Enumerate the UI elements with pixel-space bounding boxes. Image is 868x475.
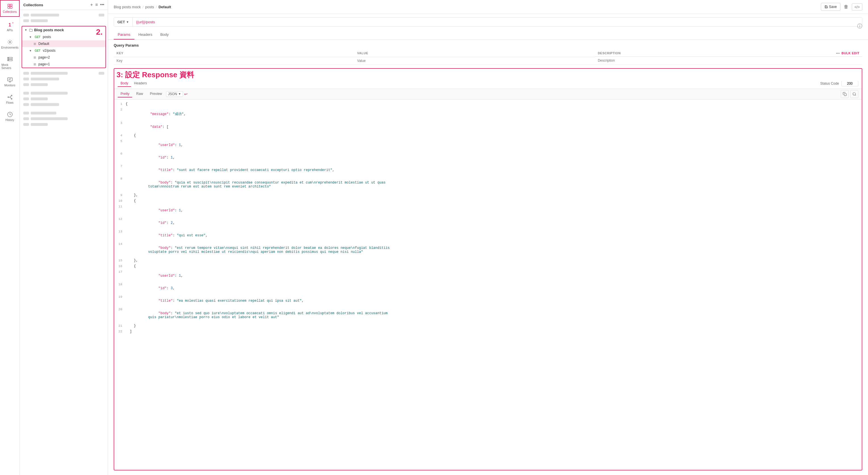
svg-point-12: [11, 98, 12, 99]
svg-point-15: [853, 92, 856, 95]
response-body-controls: [841, 90, 858, 98]
format-value: JSON: [168, 92, 177, 96]
response-tab-headers[interactable]: Headers: [131, 80, 150, 87]
code-line-19: 19 "title": "ea molestias quasi exercita…: [114, 295, 862, 307]
breadcrumb-current: Default: [159, 5, 171, 9]
tab-headers[interactable]: Headers: [134, 30, 156, 39]
sidebar-item-monitors[interactable]: Monitors: [0, 74, 20, 90]
value-input[interactable]: [357, 59, 592, 63]
search-button[interactable]: [850, 90, 858, 98]
svg-point-7: [8, 58, 9, 58]
copy-button[interactable]: [841, 90, 849, 98]
code-line-13: 13 "title": "qui est esse",: [114, 229, 862, 242]
blurred-items-bottom: [20, 69, 108, 128]
key-input[interactable]: [117, 59, 351, 63]
code-line-1: 1 {: [114, 102, 862, 107]
collection-row[interactable]: ▼ Blog posts mock: [22, 26, 105, 34]
topbar: Blog posts mock / posts / Default Save 🗑…: [108, 0, 868, 14]
svg-point-11: [11, 95, 12, 96]
col-value: VALUE: [354, 50, 595, 57]
svg-rect-3: [10, 6, 12, 8]
tab-params[interactable]: Params: [114, 30, 134, 39]
folder-icon: [29, 28, 33, 32]
response-tab-body[interactable]: Body: [118, 80, 131, 87]
body-tab-pretty[interactable]: Pretty: [118, 91, 132, 97]
svg-rect-2: [8, 6, 10, 8]
svg-point-10: [8, 97, 8, 97]
bulk-edit-button[interactable]: Bulk Edit: [842, 52, 860, 55]
monitors-label: Monitors: [4, 84, 15, 87]
code-line-20: 20 "body": "et iusto sed quo iure\nvolup…: [114, 307, 862, 324]
breadcrumb-part2[interactable]: posts: [145, 5, 154, 9]
response-body-tabs: Pretty Raw Preview JSON ▼ ↩: [114, 89, 862, 99]
delete-button[interactable]: 🗑: [844, 4, 848, 9]
sidebar-item-mock-servers[interactable]: Mock Servers: [0, 54, 20, 72]
col-more-icon[interactable]: •••: [836, 52, 840, 55]
mock-servers-label: Mock Servers: [1, 63, 18, 70]
environments-label: Environments: [1, 46, 19, 49]
info-icon[interactable]: ⓘ: [857, 23, 862, 30]
apis-label: APIs: [7, 29, 13, 32]
page1-name: page=1: [38, 62, 50, 66]
code-line-10: 10 {: [114, 198, 862, 204]
request-v2posts-row[interactable]: ▼ GET v2/posts: [22, 47, 105, 54]
page1-example-row[interactable]: ⊞ page=1: [22, 61, 105, 68]
code-line-4: 4 {: [114, 133, 862, 139]
code-line-15: 15 },: [114, 258, 862, 264]
save-button[interactable]: Save: [821, 3, 840, 11]
code-line-18: 18 "id": 3,: [114, 282, 862, 295]
code-line-2: 2 "message": "成功",: [114, 107, 862, 121]
sidebar-item-collections[interactable]: Collections: [0, 0, 20, 17]
code-line-16: 16 {: [114, 264, 862, 270]
page2-example-row[interactable]: ⊞ page=2: [22, 54, 105, 61]
page2-name: page=2: [38, 55, 50, 59]
blurred-items-top: [20, 11, 108, 25]
format-select[interactable]: JSON ▼: [166, 91, 183, 97]
topbar-actions: Save 🗑 </>: [821, 3, 862, 11]
body-tab-preview[interactable]: Preview: [147, 91, 165, 97]
request-posts-row[interactable]: ▼ GET posts: [22, 34, 105, 40]
code-line-21: 21 }: [114, 324, 862, 329]
filter-icon[interactable]: ≡: [95, 2, 98, 7]
params-table: KEY VALUE DESCRIPTION ••• Bulk Edit: [114, 50, 862, 65]
desc-input[interactable]: [598, 59, 860, 63]
collections-label: Collections: [3, 10, 17, 13]
url-input[interactable]: [133, 18, 862, 26]
code-line-22: 22 ]: [114, 329, 862, 335]
posts-name: posts: [43, 35, 51, 39]
response-tabs: Body Headers: [118, 80, 817, 87]
sidebar-item-flows[interactable]: Flows: [0, 92, 20, 107]
default-example-row[interactable]: ⊞ Default: [22, 40, 105, 47]
code-button[interactable]: </>: [852, 3, 862, 10]
v2posts-method-badge: GET: [34, 49, 42, 53]
code-line-3: 3 "data": [: [114, 121, 862, 133]
example-icon-2: ⊞: [34, 56, 36, 59]
tab-body[interactable]: Body: [156, 30, 173, 39]
request-tabs: Params Headers Body: [108, 30, 868, 40]
sidebar-item-environments[interactable]: Environments: [0, 36, 20, 52]
wrap-icon[interactable]: ↩: [184, 92, 188, 96]
more-options-icon[interactable]: •••: [100, 2, 104, 7]
params-empty-row: [114, 57, 862, 64]
body-tab-raw[interactable]: Raw: [133, 91, 146, 97]
main-content: Blog posts mock / posts / Default Save 🗑…: [108, 0, 868, 475]
query-params-section: Query Params KEY VALUE DESCRIPTION ••• B…: [108, 40, 868, 68]
col-desc: DESCRIPTION ••• Bulk Edit: [595, 50, 862, 57]
method-select[interactable]: GET ▼: [114, 18, 133, 26]
method-value: GET: [117, 20, 125, 24]
status-code-section: Status Code: [820, 81, 858, 86]
add-collection-button[interactable]: +: [90, 2, 93, 7]
example-name: Default: [38, 42, 49, 46]
breadcrumb-sep1: /: [143, 5, 144, 9]
tree-header-icons: + ≡ •••: [90, 2, 104, 7]
breadcrumb-part1[interactable]: Blog posts mock: [114, 5, 141, 9]
url-bar: GET ▼: [114, 17, 862, 27]
breadcrumb: Blog posts mock / posts / Default: [114, 5, 171, 9]
annotation-2-badge: 2.: [96, 28, 102, 37]
sidebar-item-history[interactable]: History: [0, 109, 20, 124]
v2posts-chevron: ▼: [29, 49, 32, 52]
status-code-input[interactable]: [841, 81, 858, 86]
example-icon-3: ⊞: [34, 63, 36, 66]
sidebar-item-apis[interactable]: 1 • APIs: [0, 20, 20, 35]
tree-header: Collections + ≡ •••: [20, 0, 108, 10]
